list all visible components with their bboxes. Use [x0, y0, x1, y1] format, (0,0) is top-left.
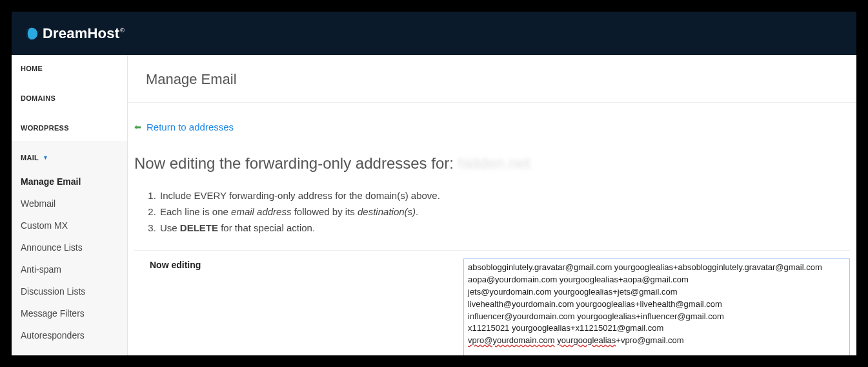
forwarding-textarea[interactable]: absoblogginlutely.gravatar@gmail.com you…: [463, 258, 850, 355]
sidebar-item-autoresponders[interactable]: Autoresponders: [12, 324, 127, 346]
domain-blurred: hidden.net: [458, 154, 530, 173]
section-heading: Now editing the forwarding-only addresse…: [134, 154, 850, 173]
return-link[interactable]: ⬅ Return to addresses: [134, 121, 234, 132]
brand-name: DreamHost®: [43, 25, 125, 42]
sidebar-item-webmail[interactable]: Webmail: [12, 193, 127, 215]
arrow-left-icon: ⬅: [134, 122, 141, 132]
sidebar-item-message-filters[interactable]: Message Filters: [12, 302, 127, 324]
sidebar-head-wordpress[interactable]: WORDPRESS: [12, 111, 127, 141]
page-title: Manage Email: [128, 55, 856, 103]
instruction-item: Each line is one email address followed …: [159, 204, 850, 220]
instructions-list: Include EVERY forwarding-only address fo…: [159, 188, 850, 236]
sidebar-head-mail[interactable]: MAIL ▼: [12, 141, 127, 171]
sidebar-item-announce-lists[interactable]: Announce Lists: [12, 236, 127, 258]
return-link-text: Return to addresses: [146, 121, 234, 132]
moon-icon: [25, 26, 39, 41]
brand-logo[interactable]: DreamHost®: [25, 25, 125, 42]
sidebar-item-manage-email[interactable]: Manage Email: [12, 171, 127, 193]
sidebar-head-domains[interactable]: DOMAINS: [12, 81, 127, 111]
sidebar-item-custom-mx[interactable]: Custom MX: [12, 215, 127, 236]
instruction-item: Include EVERY forwarding-only address fo…: [159, 188, 850, 204]
instruction-item: Use DELETE for that special action.: [159, 220, 850, 236]
sidebar-item-anti-spam[interactable]: Anti-spam: [12, 258, 127, 280]
caret-down-icon: ▼: [43, 154, 48, 161]
sidebar-head-home[interactable]: HOME: [12, 55, 127, 81]
topbar: DreamHost®: [12, 12, 856, 55]
sidebar-item-discussion-lists[interactable]: Discussion Lists: [12, 280, 127, 302]
now-editing-label: Now editing: [134, 258, 463, 355]
sidebar: HOME DOMAINS WORDPRESS MAIL ▼ Manage Ema…: [12, 55, 128, 355]
main-content: Manage Email ⬅ Return to addresses Now e…: [128, 55, 856, 355]
